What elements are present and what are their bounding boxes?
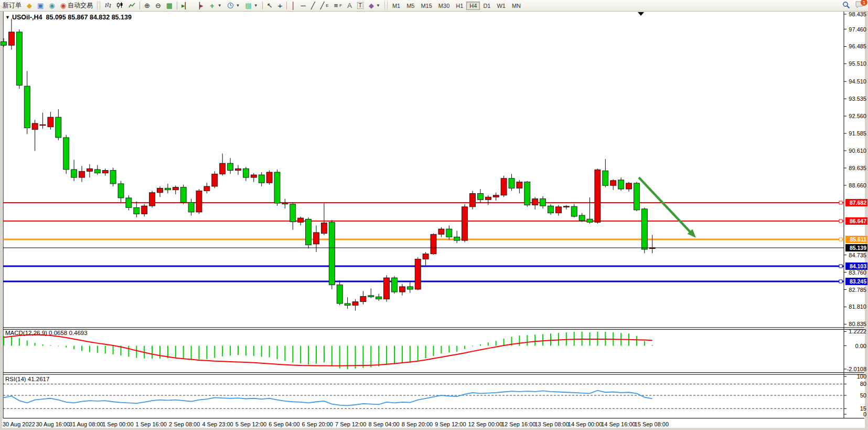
fibonacci-icon[interactable]: ≡F [331, 0, 345, 11]
svg-text:80: 80 [860, 381, 866, 387]
chart-symbol-title: ▼USOil-,H4 85.095 85.867 84.832 85.139 [5, 14, 132, 21]
svg-text:81.810: 81.810 [849, 303, 866, 310]
candle-body [180, 187, 186, 203]
candle-body [274, 172, 280, 203]
svg-text:5 Sep 12:00: 5 Sep 12:00 [235, 421, 266, 427]
svg-text:4 Sep 23:00: 4 Sep 23:00 [202, 421, 233, 427]
periods-button[interactable]: ▼ [224, 0, 243, 11]
svg-text:8 Sep 20:00: 8 Sep 20:00 [402, 421, 433, 427]
svg-text:14 Sep 00:00: 14 Sep 00:00 [568, 421, 602, 427]
zoom-in-icon[interactable]: ⊕ [142, 0, 153, 11]
arrows-icon[interactable]: ◆▼ [366, 0, 383, 11]
svg-text:30 Aug 16:00: 30 Aug 16:00 [36, 421, 70, 427]
collapse-triangle-icon[interactable]: ▼ [5, 15, 10, 20]
candle-body [431, 234, 436, 254]
hline-handle [839, 219, 842, 223]
candle-body [110, 171, 116, 184]
notifications-button[interactable]: 1 [855, 1, 864, 10]
text-icon[interactable]: A [345, 0, 355, 11]
diamond-icon[interactable]: ◆ [24, 0, 35, 11]
toolbar-grip[interactable] [97, 2, 100, 9]
tile-windows-icon[interactable]: ▦ [164, 0, 175, 11]
svg-text:85.611: 85.611 [850, 236, 866, 243]
line-chart-icon[interactable] [126, 0, 138, 11]
candle-body [204, 186, 210, 191]
svg-text:13 Sep 08:00: 13 Sep 08:00 [534, 421, 569, 427]
candle-body [477, 193, 483, 200]
candle-body [8, 32, 14, 45]
candle-body [634, 183, 639, 210]
candle-body [618, 180, 624, 189]
chart-window-icon[interactable]: ▣ [35, 0, 46, 11]
rsi-indicator-label: RSI(14) 41.2617 [5, 376, 49, 382]
candle-body [298, 218, 304, 222]
tf-mn[interactable]: MN [509, 2, 524, 10]
candle-body [438, 229, 444, 234]
candles-chart-icon[interactable] [114, 0, 126, 11]
candle-body [524, 182, 530, 205]
tf-h4[interactable]: H4 [466, 2, 480, 10]
chart-canvas[interactable]: 98.43597.46096.48595.51094.51093.53592.5… [0, 11, 868, 430]
svg-text:0: 0 [863, 411, 866, 417]
trendline-icon[interactable]: ╱ [308, 0, 318, 11]
candle-body [157, 188, 163, 192]
vertical-line-icon[interactable]: │ [288, 0, 298, 11]
candle-body [321, 223, 327, 233]
tf-m5[interactable]: M5 [403, 2, 417, 10]
candle-body [165, 188, 170, 190]
svg-text:1 Sep 00:00: 1 Sep 00:00 [102, 421, 133, 427]
candle-body [188, 202, 194, 212]
zoom-out-icon[interactable]: ⊖ [153, 0, 164, 11]
mt4-window: 新订单 ◆ ▣ ◉ ◉自动交易 ⊕ ⊖ ▦ ▸▏ ▕▸ ＋▼ ▼ ▤▼ ↖ + … [0, 0, 868, 430]
svg-text:88.660: 88.660 [849, 182, 866, 188]
svg-text:84.735: 84.735 [849, 252, 866, 258]
toolbar-grip[interactable] [384, 2, 388, 9]
candle-body [376, 297, 382, 299]
tf-w1[interactable]: W1 [494, 2, 509, 10]
candle-body [243, 169, 249, 177]
tf-h1[interactable]: H1 [453, 2, 466, 10]
equidistant-channel-icon[interactable]: ╱E [318, 0, 331, 11]
svg-text:95.510: 95.510 [849, 60, 866, 67]
tf-d1[interactable]: D1 [480, 2, 494, 10]
candle-body [56, 117, 61, 138]
auto-scroll-icon[interactable]: ▸▏ [179, 0, 192, 11]
svg-text:2 Sep 08:00: 2 Sep 08:00 [169, 421, 200, 427]
candle-body [517, 182, 522, 188]
chart-shift-icon[interactable]: ▕▸ [192, 0, 206, 11]
candle-body [485, 197, 491, 200]
templates-button[interactable]: ▤▼ [242, 0, 260, 11]
time-axis[interactable]: 30 Aug 202230 Aug 16:0031 Aug 08:001 Sep… [3, 421, 669, 427]
svg-text:89.635: 89.635 [849, 165, 866, 171]
tf-m1[interactable]: M1 [389, 2, 403, 10]
svg-text:83.760: 83.760 [849, 269, 866, 276]
candle-body [126, 198, 132, 208]
tf-m30[interactable]: M30 [435, 2, 453, 10]
svg-text:96.485: 96.485 [849, 43, 866, 49]
autotrade-button[interactable]: ◉自动交易 [58, 0, 95, 11]
svg-text:31 Aug 08:00: 31 Aug 08:00 [69, 421, 103, 427]
candle-body [626, 183, 632, 189]
svg-text:-2.0108: -2.0108 [847, 366, 866, 372]
search-icon[interactable] [842, 1, 850, 11]
horizontal-line-icon[interactable]: ─ [298, 0, 308, 11]
candle-body [399, 287, 405, 292]
cursor-icon[interactable]: ↖ [264, 0, 275, 11]
candle-body [423, 254, 428, 259]
tf-m15[interactable]: M15 [417, 2, 435, 10]
crosshair-icon[interactable]: + [275, 0, 285, 11]
signals-icon[interactable]: ◉ [46, 0, 57, 11]
text-label-icon[interactable]: T [355, 0, 366, 11]
candle-body [32, 123, 38, 130]
svg-text:97.460: 97.460 [849, 26, 866, 33]
candle-body [384, 278, 390, 299]
candle-body [40, 124, 46, 125]
indicators-button[interactable]: ＋▼ [206, 0, 224, 11]
candle-body [228, 163, 233, 171]
bars-chart-icon[interactable] [102, 0, 114, 11]
candle-body [48, 117, 53, 127]
svg-text:8 Sep 04:00: 8 Sep 04:00 [368, 421, 399, 427]
ohlc-values: 85.095 85.867 84.832 85.139 [46, 14, 132, 21]
candle-body [555, 207, 561, 213]
new-order-button[interactable]: 新订单 [0, 0, 24, 11]
